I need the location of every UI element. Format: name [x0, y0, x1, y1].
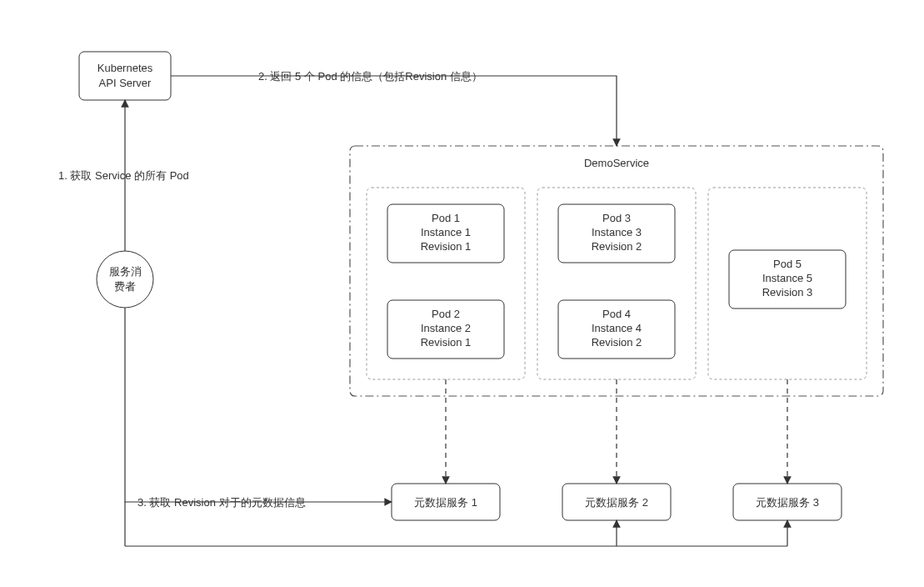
demoservice-title: DemoService	[584, 157, 649, 169]
consumer-line1: 服务消	[109, 265, 142, 278]
node-consumer: 服务消 费者	[97, 251, 153, 308]
svg-text:Pod 2: Pod 2	[432, 308, 460, 320]
svg-text:Revision 2: Revision 2	[592, 240, 642, 253]
svg-text:Pod 3: Pod 3	[602, 212, 631, 224]
node-pod-2: Pod 2 Instance 2 Revision 1	[387, 300, 504, 359]
edge-get-metadata-label: 3. 获取 Revision 对于的元数据信息	[137, 496, 306, 509]
svg-text:Instance 1: Instance 1	[421, 226, 471, 238]
svg-point-1	[97, 251, 153, 308]
svg-text:Instance 2: Instance 2	[421, 322, 471, 334]
api-server-line2: API Server	[99, 77, 152, 89]
svg-text:元数据服务 2: 元数据服务 2	[585, 496, 648, 509]
svg-text:Instance 5: Instance 5	[762, 272, 812, 284]
svg-text:Revision 1: Revision 1	[421, 240, 472, 253]
node-pod-1: Pod 1 Instance 1 Revision 1	[387, 204, 504, 263]
svg-rect-0	[79, 52, 171, 100]
svg-text:Revision 2: Revision 2	[592, 336, 642, 349]
svg-text:Revision 3: Revision 3	[762, 286, 813, 299]
svg-text:Instance 3: Instance 3	[592, 226, 642, 238]
node-metadata-2: 元数据服务 2	[562, 484, 671, 520]
architecture-diagram: Kubernetes API Server 服务消 费者 DemoService…	[0, 0, 924, 587]
edge-get-metadata	[125, 308, 392, 502]
node-pod-3: Pod 3 Instance 3 Revision 2	[558, 204, 675, 263]
node-metadata-1: 元数据服务 1	[392, 484, 500, 520]
node-api-server: Kubernetes API Server	[79, 52, 171, 100]
svg-text:Revision 1: Revision 1	[421, 336, 472, 349]
api-server-line1: Kubernetes	[97, 62, 153, 74]
node-metadata-3: 元数据服务 3	[733, 484, 842, 520]
edge-return-pods	[171, 76, 617, 146]
node-pod-5: Pod 5 Instance 5 Revision 3	[729, 250, 846, 309]
edge-get-pods-label: 1. 获取 Service 的所有 Pod	[58, 169, 189, 182]
group-demoservice: DemoService Pod 1 Instance 1 Revision 1 …	[350, 146, 883, 396]
consumer-line2: 费者	[114, 280, 136, 293]
node-pod-4: Pod 4 Instance 4 Revision 2	[558, 300, 675, 359]
edge-return-pods-label: 2. 返回 5 个 Pod 的信息（包括Revision 信息）	[258, 70, 482, 83]
svg-text:Pod 5: Pod 5	[773, 258, 802, 270]
svg-text:Pod 1: Pod 1	[432, 212, 460, 224]
svg-text:元数据服务 1: 元数据服务 1	[414, 496, 477, 509]
svg-text:元数据服务 3: 元数据服务 3	[756, 496, 819, 509]
svg-text:Instance 4: Instance 4	[592, 322, 642, 334]
svg-text:Pod 4: Pod 4	[602, 308, 631, 320]
